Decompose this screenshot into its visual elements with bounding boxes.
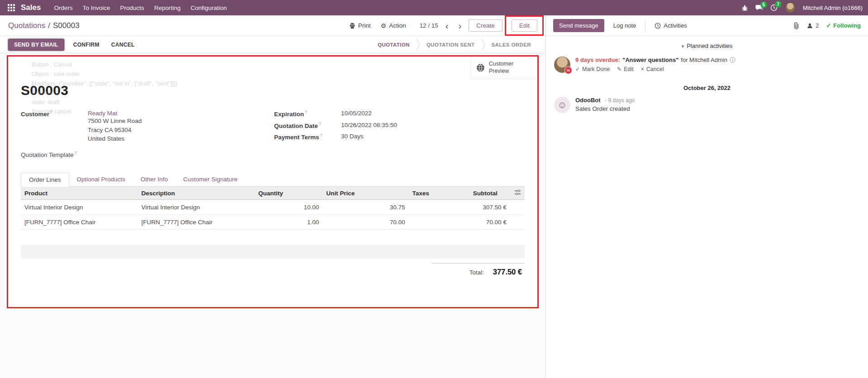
form-view: Customer Preview Button : Cancel Object … (0, 53, 545, 378)
top-navbar: Sales Orders To Invoice Products Reporti… (0, 0, 868, 15)
help-marker: ? (319, 122, 321, 126)
printer-icon (349, 23, 356, 29)
help-marker: ? (75, 151, 77, 155)
order-totals: Total: 377.50 € (432, 263, 525, 276)
paperclip-icon (793, 22, 799, 29)
print-button[interactable]: Print (346, 20, 374, 31)
pager-previous-button[interactable]: ‹ (443, 21, 451, 30)
payment-terms-field-value[interactable]: 30 Days (341, 133, 364, 141)
tab-order-lines[interactable]: Order Lines (21, 173, 69, 187)
status-sales-order[interactable]: SALES ORDER (485, 42, 537, 47)
activity-assignee: for Mitchell Admin (681, 57, 727, 63)
planned-activities-header[interactable]: ▾Planned activities (554, 43, 860, 49)
pencil-icon: ✎ (617, 66, 621, 72)
customer-preview-label: Customer Preview (489, 61, 532, 75)
expiration-field-value[interactable]: 10/05/2022 (341, 110, 372, 118)
edit-button[interactable]: Edit (512, 19, 537, 32)
app-brand-sales[interactable]: Sales (21, 3, 41, 12)
mark-done-label: Mark Done (582, 66, 610, 72)
cell-taxes (409, 200, 470, 215)
field-column-left: Customer? Ready Mat 7500 W Linne Road Tr… (21, 110, 274, 162)
statusbar: SEND BY EMAIL CONFIRM CANCEL QUOTATION Q… (0, 36, 545, 53)
chevron-left-icon: ‹ (446, 21, 449, 31)
cancel-button[interactable]: CANCEL (109, 39, 138, 50)
order-line-row[interactable]: Virtual Interior Design Virtual Interior… (21, 200, 525, 215)
menu-orders[interactable]: Orders (49, 1, 77, 15)
status-quotation-sent[interactable]: QUOTATION SENT (420, 42, 481, 47)
control-panel-actions: Print ⚙ Action 12 / 15 ‹ › Create Edit (346, 19, 537, 32)
confirm-button[interactable]: CONFIRM (71, 39, 102, 50)
menu-reporting[interactable]: Reporting (149, 1, 186, 15)
order-line-row[interactable]: [FURN_7777] Office Chair [FURN_7777] Off… (21, 215, 525, 230)
optional-columns-icon (514, 189, 521, 195)
status-pipeline: QUOTATION QUOTATION SENT SALES ORDER (371, 36, 537, 53)
menu-configuration[interactable]: Configuration (185, 1, 232, 15)
tab-customer-signature[interactable]: Customer Signature (175, 173, 245, 186)
action-button[interactable]: ⚙ Action (378, 20, 408, 32)
log-note-button[interactable]: Log note (610, 19, 640, 32)
cell-quantity: 1.00 (255, 215, 323, 230)
activity-actions: ✓Mark Done ✎Edit ×Cancel (575, 66, 735, 72)
systray: 5 7 Mitchell Admin (o1666) (741, 2, 863, 13)
breadcrumb-quotations[interactable]: Quotations (8, 21, 45, 30)
col-header-product[interactable]: Product (21, 187, 138, 200)
status-quotation[interactable]: QUOTATION (371, 42, 416, 47)
action-label: Action (389, 22, 406, 29)
col-header-subtotal[interactable]: Subtotal (470, 187, 510, 200)
apps-grid-icon[interactable] (5, 2, 17, 14)
col-header-description[interactable]: Description (138, 187, 254, 200)
tab-other-info[interactable]: Other Info (133, 173, 175, 186)
menu-to-invoice[interactable]: To Invoice (78, 1, 115, 15)
debug-bug-icon[interactable] (741, 5, 748, 11)
followers-icon (806, 23, 813, 29)
chevron-right-icon: › (459, 21, 462, 31)
caret-down-icon: ▾ (682, 43, 684, 49)
customer-link[interactable]: Ready Mat (88, 110, 142, 117)
cancel-x-icon: × (641, 66, 644, 72)
user-menu[interactable]: Mitchell Admin (o1666) (803, 5, 863, 11)
optional-columns-button[interactable] (510, 187, 525, 200)
following-label: Following (833, 22, 861, 29)
expiration-field-label: Expiration? (274, 110, 341, 118)
create-button[interactable]: Create (469, 19, 503, 32)
user-avatar[interactable] (785, 2, 796, 13)
quotation-date-field-value[interactable]: 10/26/2022 08:35:50 (341, 122, 397, 129)
mark-done-button[interactable]: ✓Mark Done (575, 66, 610, 72)
message-timestamp: - 9 days ago (605, 97, 635, 104)
activity-content: 9 days overdue: "Answer questions" for M… (575, 57, 735, 73)
quotation-sheet: Customer Preview Button : Cancel Object … (8, 56, 538, 307)
edit-button-wrapper: Edit (512, 19, 537, 32)
message-item: ☺ OdooBot - 9 days ago Sales Order creat… (554, 97, 860, 113)
field-grid: Customer? Ready Mat 7500 W Linne Road Tr… (21, 110, 525, 162)
cell-unit-price: 30.75 (323, 200, 408, 215)
followers-button[interactable]: 2 (806, 22, 819, 29)
clock-icon (655, 23, 661, 29)
activities-systray-button[interactable]: 7 (770, 4, 778, 11)
schedule-activity-button[interactable]: Activities (651, 19, 690, 32)
info-icon[interactable] (730, 57, 735, 63)
quotation-template-label: Quotation Template? (21, 151, 77, 158)
order-lines-table: Product Description Quantity Unit Price … (21, 187, 525, 259)
activity-overdue-text: 9 days overdue: (575, 57, 620, 63)
attachments-button[interactable] (793, 22, 799, 29)
menu-products[interactable]: Products (115, 1, 149, 15)
send-by-email-button[interactable]: SEND BY EMAIL (8, 39, 64, 51)
following-button[interactable]: ✓ Following (826, 22, 861, 29)
tab-optional-products[interactable]: Optional Products (69, 173, 133, 186)
breadcrumb-current: S00003 (53, 21, 80, 30)
payment-terms-field-label: Payment Terms? (274, 133, 341, 141)
col-header-taxes[interactable]: Taxes (409, 187, 470, 200)
customer-preview-button[interactable]: Customer Preview (470, 57, 537, 79)
col-header-unit-price[interactable]: Unit Price (323, 187, 408, 200)
breadcrumb-separator: / (48, 21, 50, 30)
pager-next-button[interactable]: › (456, 21, 465, 30)
send-message-button[interactable]: Send message (553, 19, 604, 32)
debug-tooltip-line: state: draft (32, 98, 177, 107)
form-pane: Quotations / S00003 Print ⚙ Action 12 / … (0, 15, 546, 378)
messages-button[interactable]: 5 (755, 5, 763, 11)
activity-edit-button[interactable]: ✎Edit (617, 66, 634, 72)
message-author[interactable]: OdooBot (575, 97, 601, 104)
activity-cancel-button[interactable]: ×Cancel (641, 66, 664, 72)
col-header-quantity[interactable]: Quantity (255, 187, 323, 200)
control-panel: Quotations / S00003 Print ⚙ Action 12 / … (0, 15, 545, 36)
